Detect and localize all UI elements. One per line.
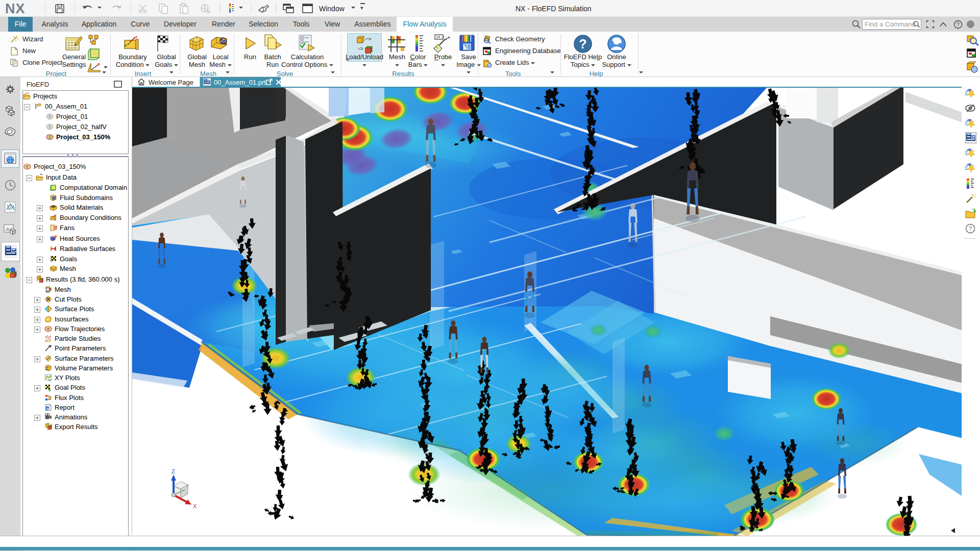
svg-text:X: X: [193, 503, 197, 509]
svg-text:10.1: 10.1: [436, 35, 445, 39]
svg-text:Z: Z: [172, 468, 175, 474]
svg-text:Y: Y: [186, 484, 189, 490]
svg-text:?: ?: [957, 22, 960, 28]
svg-text:?: ?: [969, 226, 972, 232]
svg-text:W: W: [46, 407, 50, 411]
svg-text:?: ?: [579, 37, 586, 51]
svg-text:Σ: Σ: [46, 367, 48, 370]
